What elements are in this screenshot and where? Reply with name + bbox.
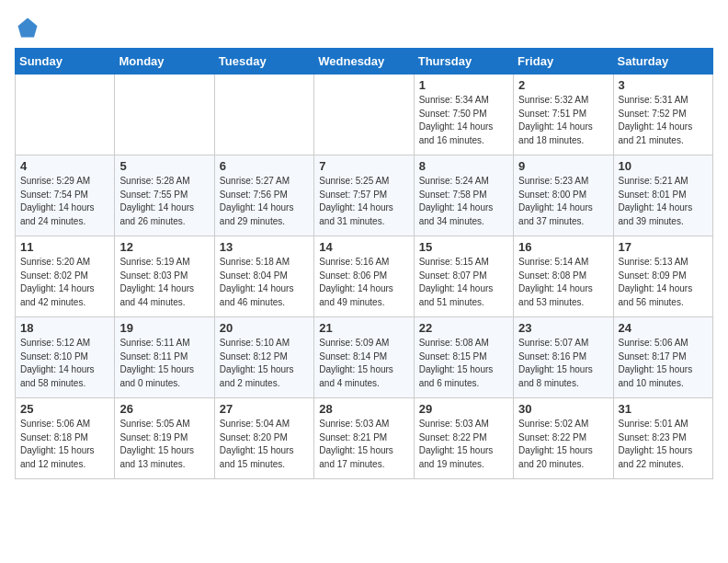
calendar-cell: 12Sunrise: 5:19 AM Sunset: 8:03 PM Dayli… — [115, 236, 214, 317]
calendar-week-1: 1Sunrise: 5:34 AM Sunset: 7:50 PM Daylig… — [16, 75, 713, 155]
day-number: 31 — [619, 402, 708, 416]
day-content: Sunrise: 5:12 AM Sunset: 8:10 PM Dayligh… — [20, 337, 109, 390]
calendar-cell: 13Sunrise: 5:18 AM Sunset: 8:04 PM Dayli… — [214, 236, 313, 317]
calendar-cell — [314, 75, 414, 155]
header-row: SundayMondayTuesdayWednesdayThursdayFrid… — [16, 49, 713, 75]
day-number: 8 — [419, 159, 508, 173]
col-header-wednesday: Wednesday — [314, 49, 414, 75]
calendar-cell: 5Sunrise: 5:28 AM Sunset: 7:55 PM Daylig… — [115, 155, 214, 236]
col-header-saturday: Saturday — [613, 49, 712, 75]
calendar-cell: 17Sunrise: 5:13 AM Sunset: 8:09 PM Dayli… — [613, 236, 712, 317]
calendar-week-3: 11Sunrise: 5:20 AM Sunset: 8:02 PM Dayli… — [16, 236, 713, 317]
day-content: Sunrise: 5:06 AM Sunset: 8:18 PM Dayligh… — [20, 418, 109, 471]
day-number: 11 — [20, 240, 109, 254]
day-number: 23 — [518, 321, 608, 335]
day-number: 13 — [220, 240, 309, 254]
day-number: 19 — [119, 321, 209, 335]
calendar-cell: 21Sunrise: 5:09 AM Sunset: 8:14 PM Dayli… — [314, 317, 414, 398]
calendar-cell: 10Sunrise: 5:21 AM Sunset: 8:01 PM Dayli… — [613, 155, 712, 236]
calendar-cell: 24Sunrise: 5:06 AM Sunset: 8:17 PM Dayli… — [613, 317, 712, 398]
calendar-cell: 1Sunrise: 5:34 AM Sunset: 7:50 PM Daylig… — [414, 75, 513, 155]
calendar-cell: 31Sunrise: 5:01 AM Sunset: 8:23 PM Dayli… — [613, 398, 712, 479]
day-number: 22 — [419, 321, 508, 335]
calendar-cell: 25Sunrise: 5:06 AM Sunset: 8:18 PM Dayli… — [16, 398, 115, 479]
day-content: Sunrise: 5:02 AM Sunset: 8:22 PM Dayligh… — [518, 418, 608, 471]
day-content: Sunrise: 5:11 AM Sunset: 8:11 PM Dayligh… — [119, 337, 209, 390]
day-number: 9 — [518, 159, 608, 173]
day-content: Sunrise: 5:24 AM Sunset: 7:58 PM Dayligh… — [419, 175, 508, 228]
calendar-cell: 2Sunrise: 5:32 AM Sunset: 7:51 PM Daylig… — [514, 75, 613, 155]
col-header-monday: Monday — [115, 49, 214, 75]
day-content: Sunrise: 5:21 AM Sunset: 8:01 PM Dayligh… — [619, 175, 708, 228]
day-number: 21 — [319, 321, 408, 335]
day-number: 27 — [220, 402, 309, 416]
calendar-cell — [16, 75, 115, 155]
calendar-cell: 28Sunrise: 5:03 AM Sunset: 8:21 PM Dayli… — [314, 398, 414, 479]
calendar-cell: 20Sunrise: 5:10 AM Sunset: 8:12 PM Dayli… — [214, 317, 313, 398]
day-content: Sunrise: 5:32 AM Sunset: 7:51 PM Dayligh… — [518, 94, 608, 147]
calendar-cell: 29Sunrise: 5:03 AM Sunset: 8:22 PM Dayli… — [414, 398, 513, 479]
day-content: Sunrise: 5:34 AM Sunset: 7:50 PM Dayligh… — [419, 94, 508, 147]
day-content: Sunrise: 5:05 AM Sunset: 8:19 PM Dayligh… — [119, 418, 209, 471]
day-number: 6 — [220, 159, 309, 173]
calendar-week-4: 18Sunrise: 5:12 AM Sunset: 8:10 PM Dayli… — [16, 317, 713, 398]
day-number: 29 — [419, 402, 508, 416]
day-content: Sunrise: 5:15 AM Sunset: 8:07 PM Dayligh… — [419, 256, 508, 309]
col-header-sunday: Sunday — [16, 49, 115, 75]
day-number: 15 — [419, 240, 508, 254]
svg-marker-0 — [18, 18, 38, 38]
calendar-cell: 27Sunrise: 5:04 AM Sunset: 8:20 PM Dayli… — [214, 398, 313, 479]
day-content: Sunrise: 5:10 AM Sunset: 8:12 PM Dayligh… — [220, 337, 309, 390]
day-content: Sunrise: 5:08 AM Sunset: 8:15 PM Dayligh… — [419, 337, 508, 390]
calendar-cell: 23Sunrise: 5:07 AM Sunset: 8:16 PM Dayli… — [514, 317, 613, 398]
calendar-cell: 26Sunrise: 5:05 AM Sunset: 8:19 PM Dayli… — [115, 398, 214, 479]
calendar-cell — [214, 75, 313, 155]
day-number: 18 — [20, 321, 109, 335]
day-number: 16 — [518, 240, 608, 254]
calendar-cell: 14Sunrise: 5:16 AM Sunset: 8:06 PM Dayli… — [314, 236, 414, 317]
day-content: Sunrise: 5:28 AM Sunset: 7:55 PM Dayligh… — [119, 175, 209, 228]
calendar-cell: 11Sunrise: 5:20 AM Sunset: 8:02 PM Dayli… — [16, 236, 115, 317]
calendar-cell: 19Sunrise: 5:11 AM Sunset: 8:11 PM Dayli… — [115, 317, 214, 398]
day-content: Sunrise: 5:27 AM Sunset: 7:56 PM Dayligh… — [220, 175, 309, 228]
day-content: Sunrise: 5:19 AM Sunset: 8:03 PM Dayligh… — [119, 256, 209, 309]
day-number: 28 — [319, 402, 408, 416]
day-number: 24 — [619, 321, 708, 335]
day-number: 10 — [619, 159, 708, 173]
calendar-cell: 4Sunrise: 5:29 AM Sunset: 7:54 PM Daylig… — [16, 155, 115, 236]
day-number: 14 — [319, 240, 408, 254]
day-content: Sunrise: 5:18 AM Sunset: 8:04 PM Dayligh… — [220, 256, 309, 309]
calendar-cell: 8Sunrise: 5:24 AM Sunset: 7:58 PM Daylig… — [414, 155, 513, 236]
day-number: 17 — [619, 240, 708, 254]
calendar-cell — [115, 75, 214, 155]
day-content: Sunrise: 5:16 AM Sunset: 8:06 PM Dayligh… — [319, 256, 408, 309]
calendar-cell: 18Sunrise: 5:12 AM Sunset: 8:10 PM Dayli… — [16, 317, 115, 398]
day-content: Sunrise: 5:03 AM Sunset: 8:21 PM Dayligh… — [319, 418, 408, 471]
day-content: Sunrise: 5:04 AM Sunset: 8:20 PM Dayligh… — [220, 418, 309, 471]
logo-icon — [15, 15, 40, 40]
day-number: 5 — [119, 159, 209, 173]
day-number: 20 — [220, 321, 309, 335]
col-header-friday: Friday — [514, 49, 613, 75]
day-content: Sunrise: 5:01 AM Sunset: 8:23 PM Dayligh… — [619, 418, 708, 471]
day-content: Sunrise: 5:25 AM Sunset: 7:57 PM Dayligh… — [319, 175, 408, 228]
day-number: 2 — [518, 78, 608, 92]
col-header-tuesday: Tuesday — [214, 49, 313, 75]
logo — [15, 15, 44, 40]
calendar-cell: 9Sunrise: 5:23 AM Sunset: 8:00 PM Daylig… — [514, 155, 613, 236]
day-number: 30 — [518, 402, 608, 416]
col-header-thursday: Thursday — [414, 49, 513, 75]
calendar-cell: 3Sunrise: 5:31 AM Sunset: 7:52 PM Daylig… — [613, 75, 712, 155]
calendar-table: SundayMondayTuesdayWednesdayThursdayFrid… — [15, 48, 713, 479]
day-number: 7 — [319, 159, 408, 173]
day-content: Sunrise: 5:29 AM Sunset: 7:54 PM Dayligh… — [20, 175, 109, 228]
day-content: Sunrise: 5:14 AM Sunset: 8:08 PM Dayligh… — [518, 256, 608, 309]
day-content: Sunrise: 5:07 AM Sunset: 8:16 PM Dayligh… — [518, 337, 608, 390]
calendar-cell: 6Sunrise: 5:27 AM Sunset: 7:56 PM Daylig… — [214, 155, 313, 236]
day-content: Sunrise: 5:06 AM Sunset: 8:17 PM Dayligh… — [619, 337, 708, 390]
day-number: 12 — [119, 240, 209, 254]
day-number: 26 — [119, 402, 209, 416]
day-content: Sunrise: 5:03 AM Sunset: 8:22 PM Dayligh… — [419, 418, 508, 471]
day-number: 25 — [20, 402, 109, 416]
calendar-cell: 7Sunrise: 5:25 AM Sunset: 7:57 PM Daylig… — [314, 155, 414, 236]
